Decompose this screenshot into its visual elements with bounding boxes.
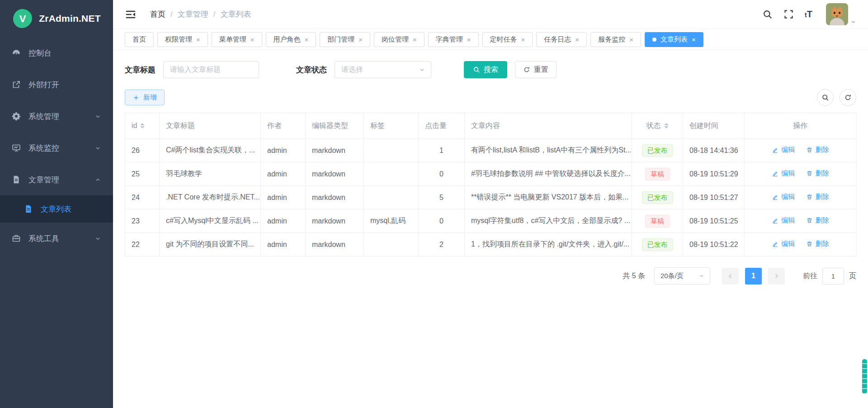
goto-suffix: 页 <box>849 271 856 281</box>
tab[interactable]: 权限管理 <box>157 32 208 47</box>
search-icon[interactable] <box>762 9 773 19</box>
tab-label: 服务监控 <box>598 35 625 44</box>
refresh-button[interactable] <box>840 89 856 106</box>
edit-button[interactable]: 编辑 <box>772 169 795 178</box>
delete-button[interactable]: 删除 <box>806 146 829 154</box>
sidebar-item-label: 外部打开 <box>28 80 101 90</box>
fullscreen-icon[interactable] <box>783 9 794 19</box>
user-menu[interactable] <box>826 3 856 25</box>
tab[interactable]: 服务监控 <box>590 32 641 47</box>
search-button[interactable]: 搜索 <box>464 61 507 78</box>
cell-status: 草稿 <box>632 162 683 186</box>
edit-button[interactable]: 编辑 <box>772 146 795 154</box>
articles-table: id 文章标题 <box>125 113 857 256</box>
breadcrumb: 首页 文章管理 文章列表 <box>150 9 251 19</box>
delete-button[interactable]: 删除 <box>806 240 829 248</box>
cell-title: git 为不同的项目设置不同... <box>160 233 261 256</box>
edit-button[interactable]: 编辑 <box>772 240 795 248</box>
close-icon[interactable] <box>467 36 471 43</box>
column-header: 作者 <box>261 113 306 139</box>
cell-author: admin <box>261 233 306 256</box>
tab[interactable]: 部门管理 <box>320 32 370 47</box>
tab[interactable]: 首页 <box>125 32 154 47</box>
close-icon[interactable] <box>575 36 579 43</box>
delete-icon <box>806 194 813 200</box>
status-badge: 草稿 <box>645 168 670 180</box>
tab[interactable]: 菜单管理 <box>212 32 262 47</box>
status-filter-select[interactable]: 请选择 <box>335 61 431 78</box>
delete-button[interactable]: 删除 <box>806 216 829 225</box>
document-icon <box>24 204 33 213</box>
status-badge: 已发布 <box>642 191 673 204</box>
cell-status: 草稿 <box>632 209 683 233</box>
tab[interactable]: 岗位管理 <box>374 32 425 47</box>
cell-tags <box>364 162 419 186</box>
scrollbar-thumb[interactable] <box>862 359 867 394</box>
breadcrumb-item[interactable]: 文章列表 <box>208 9 251 19</box>
cell-hits: 0 <box>419 209 465 233</box>
cell-content: mysql字符集utf8，c#写入中文后，全部显示成? ... <box>465 209 632 233</box>
delete-button[interactable]: 删除 <box>806 169 829 178</box>
cell-title: c#写入Mysql中文显示乱码 ... <box>160 209 261 233</box>
cell-id: 26 <box>125 139 160 162</box>
chevron-down-icon <box>94 113 101 120</box>
cell-hits: 2 <box>419 233 465 256</box>
sidebar-item[interactable]: 文章列表 <box>0 195 113 223</box>
close-icon[interactable] <box>629 36 633 43</box>
cell-editor-type: markdown <box>306 233 364 256</box>
table-row: 23 c#写入Mysql中文显示乱码 ... admin markdown my… <box>125 209 857 233</box>
close-icon[interactable] <box>413 36 417 43</box>
cell-id: 22 <box>125 233 160 256</box>
close-icon[interactable] <box>250 36 255 43</box>
tab[interactable]: 任务日志 <box>536 32 587 47</box>
sidebar-item[interactable]: 系统管理 <box>0 100 113 132</box>
reset-button[interactable]: 重置 <box>515 61 557 78</box>
cell-created: 08-18 14:41:36 <box>683 139 745 162</box>
close-icon[interactable] <box>359 36 363 43</box>
prev-page-button[interactable] <box>722 268 739 285</box>
sort-carets-icon[interactable] <box>664 123 669 128</box>
menu-fold-icon[interactable] <box>125 9 137 20</box>
next-page-button[interactable] <box>768 268 785 285</box>
edit-button[interactable]: 编辑 <box>772 216 795 225</box>
cell-actions: 编辑 删除 <box>745 162 857 186</box>
breadcrumb-item[interactable]: 首页 <box>150 9 165 19</box>
sidebar-item-label: 控制台 <box>28 48 101 58</box>
page-number-button[interactable]: 1 <box>745 268 762 285</box>
close-icon[interactable] <box>521 36 525 43</box>
sidebar-item[interactable]: 文章管理 <box>0 164 113 195</box>
avatar[interactable] <box>826 3 848 25</box>
close-icon[interactable] <box>305 36 309 43</box>
sort-carets-icon[interactable] <box>140 123 145 128</box>
font-size-icon[interactable]: tT <box>805 9 815 19</box>
tab[interactable]: 文章列表 <box>645 32 703 47</box>
tab[interactable]: 用户角色 <box>266 32 316 47</box>
cell-status: 已发布 <box>632 139 683 162</box>
close-icon[interactable] <box>196 36 200 43</box>
title-filter-input[interactable] <box>163 61 259 78</box>
delete-button[interactable]: 删除 <box>806 193 829 201</box>
sidebar-item[interactable]: 系统工具 <box>0 223 113 254</box>
page-size-select[interactable]: 20条/页 <box>654 267 710 285</box>
svg-text:V: V <box>19 13 26 24</box>
breadcrumb-item[interactable]: 文章管理 <box>165 9 208 19</box>
column-header: 编辑器类型 <box>306 113 364 139</box>
sidebar-item[interactable]: 外部打开 <box>0 69 113 100</box>
cell-author: admin <box>261 162 306 186</box>
tab-label: 任务日志 <box>544 35 571 44</box>
edit-icon <box>772 194 778 200</box>
tab[interactable]: 定时任务 <box>482 32 533 47</box>
tab-label: 定时任务 <box>490 35 517 44</box>
tab[interactable]: 字典管理 <box>428 32 479 47</box>
add-button[interactable]: 新增 <box>125 90 165 105</box>
cell-title: 羽毛球教学 <box>160 162 261 186</box>
document-icon <box>12 175 21 184</box>
sidebar-item-label: 系统监控 <box>28 143 94 153</box>
cell-id: 24 <box>125 186 160 209</box>
toggle-search-button[interactable] <box>817 89 834 106</box>
goto-page-input[interactable] <box>822 268 844 285</box>
sidebar-item[interactable]: 系统监控 <box>0 132 113 164</box>
sidebar-item[interactable]: 控制台 <box>0 37 113 69</box>
edit-button[interactable]: 编辑 <box>772 193 795 201</box>
close-icon[interactable] <box>692 36 696 43</box>
